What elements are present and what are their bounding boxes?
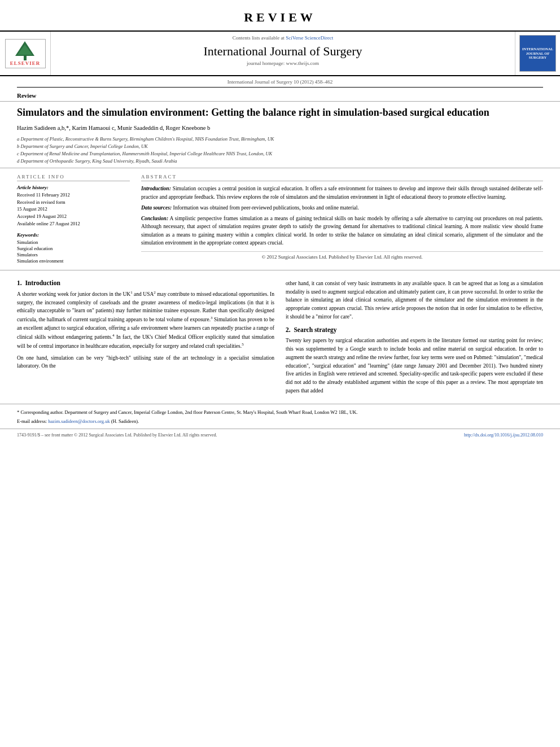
elsevier-wordmark: ELSEVIER [10,60,41,66]
affiliations: a Department of Plastic, Reconstructive … [0,133,560,168]
abstract-col: ABSTRACT Introduction: Simulation occupi… [141,174,543,264]
body-right-col: other hand, it can consist of very basic… [286,279,543,399]
affil-c: c Department of Renal Medicine and Trans… [17,150,543,158]
main-body: 1. Introduction A shorter working week f… [0,270,560,404]
article-history-label: Article history: [17,185,130,190]
section1-number: 1. [17,279,22,286]
elsevier-logo-box: ELSEVIER [5,39,46,68]
doi-link[interactable]: http://dx.doi.org/10.1016/j.ijsu.2012.08… [464,433,543,438]
abstract-header: ABSTRACT [141,174,543,181]
affil-d: d Department of Orthopaedic Surgery, Kin… [17,158,543,165]
authors-line: Hazim Sadideen a,b,*, Karim Hamaoui c, M… [0,123,560,133]
keyword-3: Simulators [17,252,130,257]
affil-b: b Department of Surgery and Cancer, Impe… [17,143,543,150]
affil-a: a Department of Plastic, Reconstructive … [17,136,543,143]
data-label: Data sources: [141,205,172,211]
journal-header: ELSEVIER Contents lists available at Sci… [0,32,560,76]
section2-number: 2. [286,326,291,333]
email-line: E-mail address: hazim.sadideen@doctors.o… [17,418,543,425]
keyword-1: Simulation [17,239,130,245]
section2-title: 2. Search strategy [286,326,543,333]
article-type: Review [0,88,560,102]
sciverse-link[interactable]: SciVerse ScienceDirect [286,35,333,41]
page-footer: 1743-9191/$ – see front matter © 2012 Su… [0,429,560,441]
intro-text: Simulation occupies a central position i… [141,186,543,199]
body-left-col: 1. Introduction A shorter working week f… [17,279,274,399]
journal-title: International Journal of Surgery [203,44,362,59]
journal-logo-box: INTERNATIONAL JOURNAL OF SURGERY [519,35,556,72]
sciverse-text: Contents lists available at [233,35,285,41]
footer-issn: 1743-9191/$ – see front matter © 2012 Su… [17,433,217,438]
article-info-abstract-section: Article info Article history: Received 1… [0,168,560,270]
copyright-line: © 2012 Surgical Associates Ltd. Publishe… [141,251,543,260]
elsevier-tree-svg [10,40,41,60]
article-title: Simulators and the simulation environmen… [0,102,560,123]
corresponding-author-note: * Corresponding author. Department of Su… [17,409,543,416]
conclusion-text: A simplistic perspective frames simulati… [141,216,543,246]
section1-title: 1. Introduction [17,279,274,286]
article-info-col: Article info Article history: Received 1… [17,174,130,264]
section1-para3: other hand, it can consist of very basic… [286,279,543,321]
footer-doi: http://dx.doi.org/10.1016/j.ijsu.2012.08… [464,433,543,438]
citation-line: International Journal of Surgery 10 (201… [0,76,560,87]
keyword-2: Surgical education [17,246,130,251]
keyword-4: Simulation environment [17,258,130,264]
received-revised-date: Received in revised form15 August 2012 [17,199,130,213]
conclusion-label: Conclusion: [141,216,168,221]
email-label: E-mail address: [17,418,47,424]
abstract-data-sources: Data sources: Information was obtained f… [141,204,543,212]
sciverse-line: Contents lists available at SciVerse Sci… [233,35,334,41]
section1-para1: A shorter working week for junior doctor… [17,290,274,351]
elsevier-logo: ELSEVIER [0,32,51,75]
journal-homepage: journal homepage: www.theijs.com [247,60,319,66]
data-text: Information was obtained from peer-revie… [173,205,358,211]
email-link[interactable]: hazim.sadideen@doctors.org.uk [48,418,110,424]
abstract-conclusion: Conclusion: A simplistic perspective fra… [141,215,543,247]
intro-label: Introduction: [141,186,171,191]
article-info-header: Article info [17,174,130,181]
keywords-label: Keywords: [17,232,130,238]
journal-center-info: Contents lists available at SciVerse Sci… [51,32,515,75]
review-banner: REVIEW [0,0,560,32]
accepted-date: Accepted 19 August 2012 [17,213,130,220]
section1-para2: On one hand, simulation can be very "hig… [17,354,274,370]
received-date: Received 11 February 2012 [17,192,130,199]
svg-rect-0 [24,56,27,60]
abstract-intro: Introduction: Simulation occupies a cent… [141,185,543,201]
footnote-section: * Corresponding author. Department of Su… [0,404,560,429]
section2-title-text: Search strategy [294,326,336,333]
email-suffix: (H. Sadideen). [111,418,139,424]
available-date: Available online 27 August 2012 [17,221,130,228]
journal-logo-right: INTERNATIONAL JOURNAL OF SURGERY [515,32,560,75]
section2-para1: Twenty key papers by surgical education … [286,337,543,395]
section1-title-text: Introduction [25,279,60,286]
journal-logo-text: INTERNATIONAL JOURNAL OF SURGERY [522,47,554,60]
